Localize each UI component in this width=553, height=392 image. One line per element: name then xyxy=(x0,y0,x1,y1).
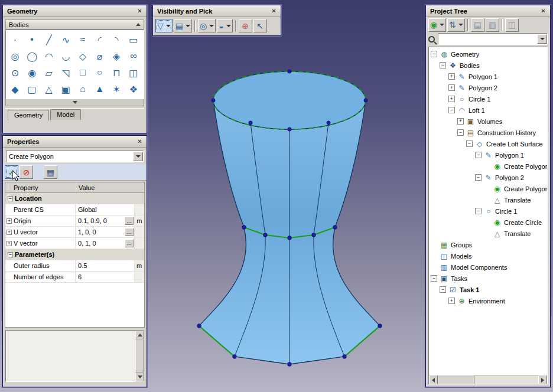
slot-icon[interactable]: ⊓ xyxy=(109,64,125,81)
tree-expand-icon[interactable]: + xyxy=(448,73,455,80)
mode-selector[interactable]: Create Polygon xyxy=(6,151,144,162)
expand-icon[interactable] xyxy=(6,230,12,235)
point-icon[interactable]: ∙ xyxy=(7,31,23,48)
tree-collapse-icon[interactable]: − xyxy=(448,107,455,113)
chevron-down-icon[interactable] xyxy=(133,152,143,161)
tree-item-polygon-1[interactable]: +✎Polygon 1 xyxy=(429,71,547,82)
tree-item-volumes[interactable]: +▣Volumes xyxy=(429,116,547,127)
viewport[interactable] xyxy=(148,0,425,392)
gem-icon[interactable]: ◈ xyxy=(109,48,125,64)
tree-expand-icon[interactable]: + xyxy=(448,96,455,102)
tree-item-polygon-1[interactable]: −✎Polygon 1 xyxy=(429,149,547,161)
chevron-up-icon[interactable] xyxy=(136,23,141,26)
collapse-icon[interactable] xyxy=(8,252,13,257)
collapse-icon[interactable] xyxy=(8,196,13,201)
entity-list-button[interactable]: ▤ xyxy=(174,19,192,32)
solid-circle-icon[interactable]: ◉ xyxy=(24,64,40,81)
project-tree-titlebar[interactable]: Project Tree xyxy=(426,5,550,17)
orientation-button[interactable]: ⊕ xyxy=(239,19,252,32)
tree-item-translate[interactable]: △Translate xyxy=(429,228,547,239)
parallelogram-icon[interactable]: ▱ xyxy=(41,64,57,81)
tree-item-bodies[interactable]: −❖Bodies xyxy=(429,60,547,71)
vertex-icon[interactable]: • xyxy=(24,31,40,48)
tree-collapse-icon[interactable]: − xyxy=(457,129,464,136)
tree-collapse-icon[interactable]: − xyxy=(431,51,437,57)
sort-button[interactable]: ⇅ xyxy=(447,18,465,32)
circle-icon[interactable]: ○ xyxy=(92,64,108,81)
tree-item-construction-history[interactable]: −▤Construction History xyxy=(429,127,547,138)
tree-item-translate[interactable]: △Translate xyxy=(429,194,547,205)
scrollbar-thumb[interactable] xyxy=(438,375,474,384)
pick-filter-dropdown-icon[interactable] xyxy=(226,25,231,27)
display-mode-button[interactable]: ◎ xyxy=(198,19,216,32)
tree-item-polygon-2[interactable]: +✎Polygon 2 xyxy=(429,82,547,93)
tree-expand-icon[interactable]: + xyxy=(457,118,464,125)
triangle-icon[interactable]: △ xyxy=(41,81,57,97)
closed-arc-icon[interactable]: ◡ xyxy=(58,48,74,64)
u-vector-value[interactable]: 1, 0, 0 xyxy=(76,227,123,237)
sort-dropdown-icon[interactable] xyxy=(458,24,463,26)
tree-search-input[interactable] xyxy=(441,35,537,43)
scroll-left-icon[interactable] xyxy=(429,375,438,384)
tree-item-loft-1[interactable]: −◠Loft 1 xyxy=(429,104,547,116)
tree-filter-dropdown-icon[interactable] xyxy=(440,24,444,26)
tree-filter-button[interactable]: ◉ xyxy=(428,18,446,32)
cancel-button[interactable]: ⊘ xyxy=(19,165,33,179)
origin-row[interactable]: Origin 0.1, 0.9, 0 ... m xyxy=(5,215,144,227)
tree-item-geometry[interactable]: −◍Geometry xyxy=(429,48,547,60)
star-icon[interactable]: ✶ xyxy=(109,81,125,97)
detail-view-button[interactable]: ▦ xyxy=(44,165,57,179)
polyline-icon[interactable]: ∿ xyxy=(58,31,74,48)
extrude-icon[interactable]: ⌂ xyxy=(75,81,91,97)
outer-radius-value[interactable]: 0.5 xyxy=(76,260,123,271)
arc-start-icon[interactable]: ◜ xyxy=(92,31,108,48)
location-section-row[interactable]: Location xyxy=(5,193,144,204)
tree-item-create-polygon[interactable]: ◉Create Polygon xyxy=(429,161,547,172)
close-icon[interactable] xyxy=(539,7,548,15)
visibility-filter-button[interactable]: ▽ xyxy=(155,19,173,32)
assembly-icon[interactable]: ❖ xyxy=(125,81,141,97)
square-icon[interactable]: □ xyxy=(75,64,91,81)
tree-collapse-icon[interactable]: − xyxy=(475,174,482,181)
plate-icon[interactable]: ▣ xyxy=(58,81,74,97)
tab-model[interactable]: Model xyxy=(50,109,81,120)
geometry-panel-titlebar[interactable]: Geometry xyxy=(3,5,147,17)
tree-search-combobox[interactable] xyxy=(438,33,548,45)
corner-triangle-icon[interactable]: ◹ xyxy=(58,64,74,81)
search-icon[interactable] xyxy=(428,36,435,43)
tree-item-environment[interactable]: +⊕Environment xyxy=(429,295,547,306)
collapse-branches-button[interactable]: ▥ xyxy=(486,18,499,32)
scrollbar-thumb[interactable] xyxy=(135,339,144,373)
tree-collapse-icon[interactable]: − xyxy=(475,208,482,214)
number-of-edges-row[interactable]: Number of edges 6 xyxy=(5,272,144,283)
polygon-icon[interactable]: ◇ xyxy=(75,48,91,64)
ellipse-icon[interactable]: ◯ xyxy=(24,48,40,64)
washer-icon[interactable]: ⊙ xyxy=(7,64,23,81)
tree-item-task-1[interactable]: −☑Task 1 xyxy=(429,284,547,295)
tree-item-groups[interactable]: ▦Groups xyxy=(429,239,547,250)
cylinder-icon[interactable]: ◫ xyxy=(125,64,141,81)
tree-expand-icon[interactable]: + xyxy=(448,298,455,304)
u-vector-row[interactable]: U vector 1, 0, 0 ... xyxy=(5,227,144,238)
tree-collapse-icon[interactable]: − xyxy=(440,62,446,68)
close-icon[interactable] xyxy=(135,138,144,146)
rounded-rectangle-icon[interactable]: ▢ xyxy=(24,81,40,97)
prism-icon[interactable]: ◆ xyxy=(7,81,23,97)
tree-item-circle-1[interactable]: −○Circle 1 xyxy=(429,205,547,217)
tree-item-polygon-2[interactable]: −✎Polygon 2 xyxy=(429,172,547,183)
pyramid-icon[interactable]: ▲ xyxy=(92,81,108,97)
circle-diameter-icon[interactable]: ⌀ xyxy=(92,48,108,64)
tree-collapse-icon[interactable]: − xyxy=(440,286,446,293)
tree-item-tasks[interactable]: −▣Tasks xyxy=(429,273,547,284)
rectangle-icon[interactable]: ▭ xyxy=(125,31,141,48)
tree-options-button[interactable]: ◫ xyxy=(505,18,519,32)
tree-item-create-polygon[interactable]: ◉Create Polygon xyxy=(429,183,547,194)
tree-collapse-icon[interactable]: − xyxy=(475,152,482,158)
display-mode-dropdown-icon[interactable] xyxy=(209,25,214,27)
number-of-edges-value[interactable]: 6 xyxy=(76,272,123,282)
tree-item-circle-1[interactable]: +○Circle 1 xyxy=(429,93,547,104)
properties-panel-titlebar[interactable]: Properties xyxy=(3,136,147,148)
origin-value[interactable]: 0.1, 0.9, 0 xyxy=(76,215,123,226)
arc-icon[interactable]: ◠ xyxy=(41,48,57,64)
scroll-more-strip[interactable] xyxy=(5,99,144,106)
